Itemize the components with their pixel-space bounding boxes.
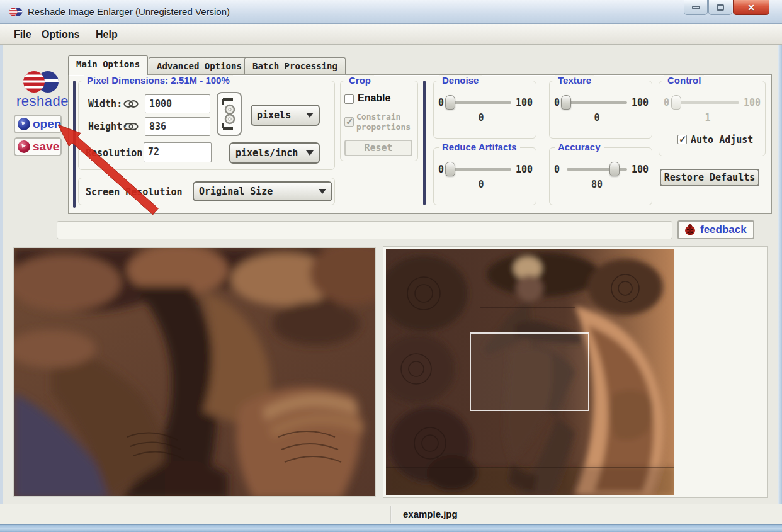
maximize-button[interactable] xyxy=(708,0,732,15)
constrain-proportions-label-line2: proportions xyxy=(356,122,411,132)
reshade-logo-text: reshade xyxy=(16,93,67,110)
constrain-proportions-checkbox[interactable] xyxy=(344,117,354,127)
bug-icon xyxy=(684,224,696,236)
menu-help[interactable]: Help xyxy=(92,28,122,42)
resolution-units-dropdown[interactable]: pixels/inch xyxy=(229,142,320,164)
width-input[interactable]: 1000 xyxy=(145,94,210,113)
reduce-artifacts-slider[interactable]: 0 100 0 xyxy=(438,159,533,195)
denoise-title: Denoise xyxy=(439,75,482,86)
denoise-slider-thumb[interactable] xyxy=(445,95,455,110)
reshade-logo-icon xyxy=(21,71,60,96)
denoise-max-label: 100 xyxy=(516,97,533,108)
save-button[interactable]: save xyxy=(14,137,62,156)
crop-enable-label: Enable xyxy=(358,93,390,104)
width-chain-link-icon xyxy=(123,99,139,111)
status-bar: example.jpg xyxy=(0,504,782,524)
reduce-artifacts-min-label: 0 xyxy=(438,164,444,175)
reduce-artifacts-title: Reduce Artifacts xyxy=(439,142,520,152)
crop-group-title: Crop xyxy=(346,75,374,86)
chevron-down-icon xyxy=(319,189,326,194)
accuracy-slider-track[interactable] xyxy=(567,168,627,171)
tab-advanced-options[interactable]: Advanced Options xyxy=(149,57,250,75)
zoom-preview-image[interactable] xyxy=(13,247,376,497)
screen-resolution-dropdown[interactable]: Original Size xyxy=(193,181,332,201)
units-dropdown[interactable]: pixels xyxy=(251,105,320,126)
reshade-window: { "window": { "title": "Reshade Image En… xyxy=(0,0,782,532)
accuracy-slider[interactable]: 0 100 80 xyxy=(554,159,649,195)
open-button[interactable]: open xyxy=(14,115,62,133)
screen-resolution-value: Original Size xyxy=(199,186,273,197)
title-bar[interactable]: Reshade Image Enlarger (Unregistered Ver… xyxy=(0,0,782,24)
window-bottom-border xyxy=(0,524,782,532)
resolution-input[interactable]: 72 xyxy=(144,142,212,162)
auto-adjust-label: Auto Adjust xyxy=(691,134,753,145)
height-label: Height: xyxy=(88,121,128,132)
accuracy-slider-thumb[interactable] xyxy=(609,162,620,176)
texture-slider[interactable]: 0 100 0 xyxy=(554,92,649,128)
window-title: Reshade Image Enlarger (Unregistered Ver… xyxy=(28,6,230,17)
feedback-button[interactable]: feedback xyxy=(677,220,754,239)
menu-file[interactable]: File xyxy=(10,28,35,42)
reduce-artifacts-max-label: 100 xyxy=(516,164,533,175)
restore-defaults-button[interactable]: Restore Defaults xyxy=(660,169,759,186)
texture-value: 0 xyxy=(567,112,627,123)
resolution-units-value: pixels/inch xyxy=(235,147,298,159)
crop-selection-rectangle[interactable] xyxy=(470,332,589,411)
denoise-slider[interactable]: 0 100 0 xyxy=(438,92,533,128)
save-button-label: save xyxy=(33,140,59,154)
denoise-min-label: 0 xyxy=(438,97,444,108)
crop-enable-checkbox[interactable] xyxy=(344,94,354,104)
accuracy-max-label: 100 xyxy=(632,164,649,175)
full-preview-image[interactable] xyxy=(386,249,674,495)
close-button[interactable]: ✕ xyxy=(733,0,769,15)
chevron-down-icon xyxy=(306,150,314,156)
texture-slider-track[interactable] xyxy=(567,101,627,104)
reduce-artifacts-slider-thumb[interactable] xyxy=(445,162,455,176)
close-icon: ✕ xyxy=(747,3,755,13)
control-slider-thumb xyxy=(671,95,681,110)
minimize-icon xyxy=(692,6,700,9)
screen-resolution-label: Screen Resolution xyxy=(86,186,183,198)
reduce-artifacts-slider-track[interactable] xyxy=(451,168,511,171)
minimize-button[interactable] xyxy=(684,0,708,15)
texture-slider-thumb[interactable] xyxy=(561,95,571,110)
menu-bar: File Options Help xyxy=(0,24,782,45)
status-filename: example.jpg xyxy=(403,509,458,519)
reduce-artifacts-value: 0 xyxy=(451,179,511,190)
chain-link-bracket-icon xyxy=(218,93,241,135)
link-dimensions-toggle[interactable] xyxy=(217,92,242,136)
accuracy-title: Accuracy xyxy=(555,142,604,152)
control-min-label: 0 xyxy=(664,97,669,108)
save-sphere-icon xyxy=(18,140,30,153)
tab-main-options[interactable]: Main Options xyxy=(68,55,148,75)
accuracy-min-label: 0 xyxy=(554,164,560,175)
window-left-border xyxy=(0,45,3,524)
accuracy-value: 80 xyxy=(567,179,627,190)
texture-max-label: 100 xyxy=(632,97,649,108)
status-bar-divider xyxy=(390,506,392,523)
control-slider-track xyxy=(676,101,739,104)
auto-adjust-checkbox[interactable] xyxy=(677,135,687,144)
height-input[interactable]: 836 xyxy=(145,117,210,136)
panel-middle-separator xyxy=(423,81,426,205)
full-preview-panel xyxy=(383,246,768,498)
pixel-dimensions-title: Pixel Dimensions: 2.51M - 100% xyxy=(84,75,233,86)
units-dropdown-value: pixels xyxy=(257,110,291,121)
feedback-button-label: feedback xyxy=(700,224,747,236)
width-label: Width: xyxy=(88,98,122,110)
denoise-slider-track[interactable] xyxy=(451,101,511,104)
window-right-border xyxy=(778,45,782,524)
menu-options[interactable]: Options xyxy=(38,28,83,42)
control-max-label: 100 xyxy=(744,97,761,108)
constrain-proportions-label-line1: Constrain xyxy=(356,112,400,122)
height-chain-link-icon xyxy=(123,122,139,133)
tab-batch-processing[interactable]: Batch Processing xyxy=(244,57,346,75)
open-button-label: open xyxy=(33,117,61,131)
panel-left-accent xyxy=(73,81,76,208)
texture-min-label: 0 xyxy=(554,97,560,108)
control-slider: 0 100 1 xyxy=(664,92,761,128)
crop-reset-button[interactable]: Reset xyxy=(344,140,412,156)
control-value: 1 xyxy=(676,112,739,123)
open-sphere-icon xyxy=(18,118,30,130)
resolution-label: Resolution xyxy=(86,147,142,159)
